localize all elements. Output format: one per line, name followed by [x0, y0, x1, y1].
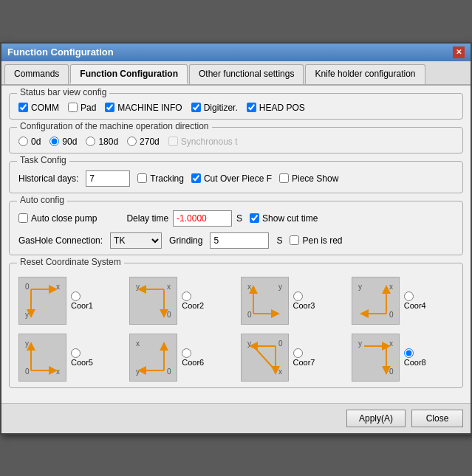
- coor6-label: Coor6: [182, 358, 204, 367]
- svg-text:0: 0: [167, 311, 171, 319]
- svg-text:y: y: [358, 283, 362, 291]
- coor8-image: y x 0: [352, 334, 400, 382]
- svg-text:x: x: [247, 283, 251, 291]
- show-cut-time-item: Show cut time: [250, 213, 318, 224]
- svg-text:x: x: [56, 283, 60, 291]
- synchronous-checkbox-item: Synchronous t: [168, 137, 238, 147]
- svg-text:y: y: [136, 368, 140, 376]
- svg-line-34: [253, 346, 276, 370]
- coor8-item: y x 0 Coor8: [352, 334, 454, 382]
- coor4-radio[interactable]: [404, 292, 414, 301]
- coor5-item: y 0 x Coor5: [18, 334, 120, 382]
- label-90d: 90d: [62, 137, 77, 147]
- cut-over-label: Cut Over Piece F: [204, 173, 272, 184]
- tracking-checkbox[interactable]: [137, 173, 147, 183]
- digitizer-checkbox[interactable]: [191, 103, 201, 112]
- coor8-radio[interactable]: [404, 348, 414, 358]
- close-icon[interactable]: ✕: [453, 46, 465, 58]
- tracking-checkbox-item: Tracking: [137, 173, 184, 184]
- radio-0d-item: 0d: [18, 137, 41, 147]
- radio-90d[interactable]: [49, 137, 59, 146]
- radio-270d[interactable]: [127, 137, 137, 146]
- pen-is-red-checkbox[interactable]: [290, 235, 299, 245]
- pad-label: Pad: [81, 103, 96, 113]
- coor6-radio[interactable]: [182, 348, 191, 358]
- tab-commands[interactable]: Commands: [4, 64, 69, 84]
- coor6-image: y 0 x: [129, 334, 177, 382]
- cut-over-checkbox-item: Cut Over Piece F: [191, 173, 272, 184]
- svg-text:0: 0: [167, 368, 171, 376]
- auto-config-label: Auto config: [17, 195, 67, 205]
- coor3-image: 0 y x: [241, 277, 289, 325]
- pen-is-red-item: Pen is red: [290, 235, 342, 246]
- svg-text:0: 0: [25, 368, 30, 376]
- delay-time-label: Delay time: [126, 213, 168, 224]
- task-config-group: Task Config Historical days: Tracking Cu…: [9, 161, 463, 193]
- coor1-label: Coor1: [71, 301, 93, 310]
- radio-0d[interactable]: [18, 137, 28, 146]
- piece-show-checkbox[interactable]: [279, 173, 289, 183]
- coor4-item: y 0 x Coor4: [352, 277, 454, 325]
- close-button[interactable]: Close: [411, 410, 463, 427]
- coor8-label: Coor8: [404, 358, 426, 367]
- svg-text:y: y: [278, 283, 282, 291]
- cut-over-checkbox[interactable]: [191, 173, 201, 183]
- tracking-label: Tracking: [150, 173, 184, 184]
- tab-bar: Commands Function Configuration Other fu…: [1, 61, 471, 86]
- delay-unit: S: [236, 213, 242, 224]
- machine-info-checkbox-item: MACHINE INFO: [105, 103, 182, 113]
- show-cut-time-checkbox[interactable]: [250, 213, 259, 223]
- radio-180d[interactable]: [86, 137, 95, 146]
- coor2-radio[interactable]: [182, 292, 191, 301]
- svg-text:x: x: [56, 368, 60, 376]
- status-bar-label: Status bar view config: [17, 87, 109, 97]
- coor1-item: 0 x y Coor1: [18, 277, 120, 325]
- svg-text:y: y: [358, 339, 362, 348]
- label-0d: 0d: [31, 137, 41, 147]
- coor3-item: 0 y x Coor3: [241, 277, 343, 325]
- tab-knife-holder[interactable]: Knife holder configuration: [305, 64, 425, 84]
- comm-checkbox[interactable]: [18, 103, 28, 112]
- grinding-label: Grinding: [169, 235, 202, 246]
- svg-text:0: 0: [278, 339, 283, 348]
- piece-show-checkbox-item: Piece Show: [279, 173, 338, 184]
- machine-info-checkbox[interactable]: [105, 103, 114, 112]
- status-bar-group: Status bar view config COMM Pad MACHINE …: [9, 93, 463, 120]
- main-window: Function Configuration ✕ Commands Functi…: [0, 42, 472, 435]
- apply-button[interactable]: Apply(A): [346, 410, 406, 427]
- head-pos-label: HEAD POS: [259, 103, 305, 113]
- gas-hole-select[interactable]: TK TR OFF: [110, 232, 162, 249]
- radio-90d-item: 90d: [49, 137, 77, 147]
- coor3-radio[interactable]: [293, 292, 303, 301]
- head-pos-checkbox[interactable]: [247, 103, 256, 112]
- task-config-label: Task Config: [17, 155, 69, 165]
- coor5-label: Coor5: [71, 358, 93, 367]
- digitizer-checkbox-item: Digitizer.: [191, 103, 238, 113]
- tab-other-settings[interactable]: Other functional settings: [189, 64, 304, 84]
- delay-time-input[interactable]: [173, 210, 232, 227]
- grinding-input[interactable]: [210, 232, 269, 249]
- auto-close-pump-checkbox[interactable]: [18, 213, 28, 223]
- coor7-radio[interactable]: [293, 348, 303, 358]
- coor2-label: Coor2: [182, 301, 204, 310]
- radio-180d-item: 180d: [86, 137, 118, 147]
- comm-checkbox-item: COMM: [18, 103, 59, 113]
- svg-text:y: y: [25, 311, 29, 319]
- coor2-item: y x 0 Coor2: [129, 277, 231, 325]
- coor3-label: Coor3: [293, 301, 315, 310]
- historical-days-input[interactable]: [86, 170, 130, 187]
- pad-checkbox[interactable]: [68, 103, 78, 112]
- tab-function-config[interactable]: Function Configuration: [70, 64, 188, 84]
- coor6-item: y 0 x Coor6: [129, 334, 231, 382]
- show-cut-time-label: Show cut time: [262, 213, 318, 224]
- auto-close-pump-label: Auto close pump: [31, 213, 97, 224]
- svg-text:x: x: [389, 283, 393, 291]
- coor1-image: 0 x y: [18, 277, 66, 325]
- auto-close-pump-item: Auto close pump: [18, 213, 97, 224]
- coor5-radio[interactable]: [71, 348, 81, 358]
- label-270d: 270d: [140, 137, 160, 147]
- synchronous-checkbox[interactable]: [168, 137, 178, 146]
- coor1-radio[interactable]: [71, 292, 81, 301]
- tab-content: Status bar view config COMM Pad MACHINE …: [1, 86, 471, 403]
- auto-config-group: Auto config Auto close pump Delay time S…: [9, 201, 463, 255]
